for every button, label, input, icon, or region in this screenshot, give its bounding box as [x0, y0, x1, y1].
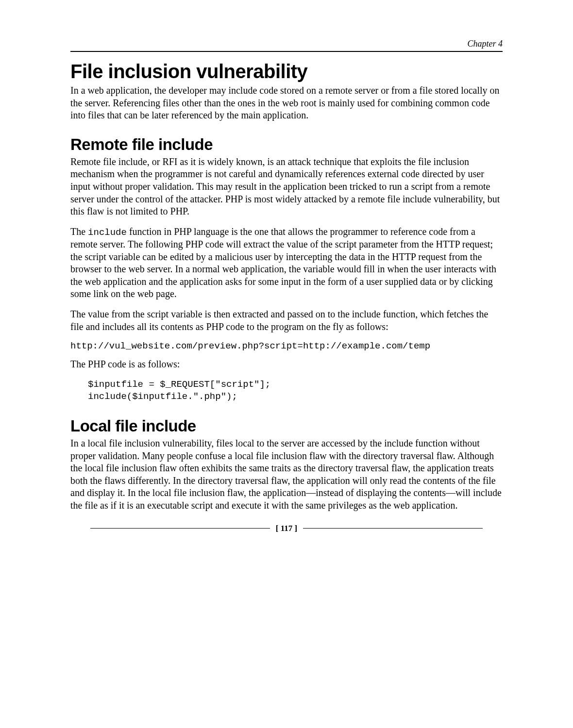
heading-remote-file-include: Remote file include: [70, 135, 503, 154]
example-url: http://vul_website.com/preview.php?scrip…: [70, 341, 503, 351]
footer-rule-right: [303, 528, 483, 529]
rfi-paragraph-2: The include function in PHP language is …: [70, 226, 503, 300]
rfi-p2-text-a: The: [70, 226, 88, 237]
rfi-paragraph-1: Remote file include, or RFI as it is wid…: [70, 156, 503, 218]
heading-local-file-include: Local file include: [70, 417, 503, 435]
inline-code-include: include: [88, 227, 127, 238]
rfi-p2-text-b: function in PHP language is the one that…: [70, 226, 496, 299]
php-code-intro: The PHP code is as follows:: [70, 358, 503, 371]
page-number: [ 117 ]: [276, 524, 297, 533]
intro-paragraph: In a web application, the developer may …: [70, 84, 503, 122]
page-footer: [ 117 ]: [70, 524, 503, 533]
php-code-block: $inputfile = $_REQUEST["script"]; includ…: [88, 379, 503, 403]
footer-rule-left: [90, 528, 270, 529]
chapter-label: Chapter 4: [70, 39, 503, 52]
heading-file-inclusion: File inclusion vulnerability: [70, 61, 503, 83]
rfi-paragraph-3: The value from the script variable is th…: [70, 308, 503, 333]
lfi-paragraph: In a local file inclusion vulnerability,…: [70, 437, 503, 512]
